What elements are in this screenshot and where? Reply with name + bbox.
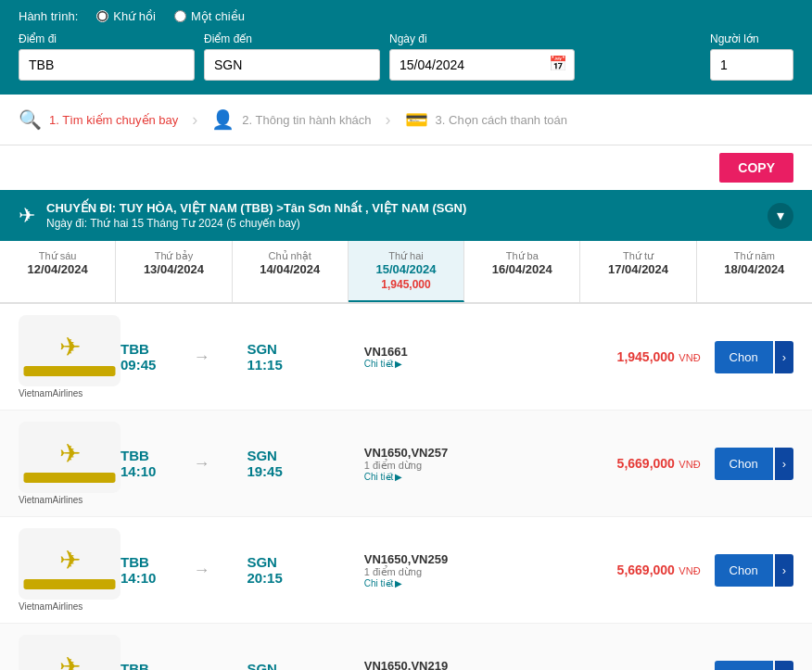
dest-info: SGN 11:15 <box>247 341 282 373</box>
select-arrow-button[interactable]: › <box>775 341 793 373</box>
origin-input[interactable] <box>19 49 195 81</box>
price-col: 5,669,000 VNĐ <box>608 455 701 472</box>
dest-input[interactable] <box>204 49 380 81</box>
step-3-label: 3. Chọn cách thanh toán <box>436 113 567 127</box>
origin-field-group: Điểm đi <box>19 32 195 81</box>
route-arrow: → <box>193 561 209 580</box>
dest-label: Điểm đến <box>204 32 380 45</box>
round-trip-option[interactable]: Khứ hồi <box>96 9 156 23</box>
origin-code: TBB <box>121 341 156 357</box>
select-col: Chon › <box>715 341 793 373</box>
date-tab[interactable]: Thứ bảy 13/04/2024 <box>116 241 232 302</box>
flight-info-col: VN1650,VN259 1 điểm dừng Chi tiết ▶ <box>355 552 608 588</box>
origin-code: TBB <box>121 661 156 670</box>
origin-code: TBB <box>121 448 156 463</box>
route-col: TBB 14:10 → SGN 19:45 <box>121 448 355 479</box>
details-arrow-icon: ▶ <box>395 472 402 482</box>
airline-col: ✈ VietnamAirlines <box>19 422 121 505</box>
flight-number: VN1650,VN257 <box>364 446 599 460</box>
select-arrow-button[interactable]: › <box>775 554 793 587</box>
flight-row: ✈ VietnamAirlines TBB 09:45 → SGN 11:15 … <box>0 304 812 411</box>
tab-day: Chủ nhật <box>237 250 343 262</box>
svg-rect-2 <box>24 366 116 376</box>
details-arrow-icon: ▶ <box>395 578 402 588</box>
trip-label: Hành trình: <box>19 9 78 23</box>
airline-name: VietnamAirlines <box>19 388 82 398</box>
select-col: Chon › <box>715 448 793 480</box>
copy-button[interactable]: COPY <box>719 153 793 183</box>
flight-info-col: VN1661 Chi tiết ▶ <box>355 345 608 369</box>
origin-label: Điểm đi <box>19 32 195 45</box>
airline-logo-svg: ✈ <box>19 635 121 670</box>
dest-code: SGN <box>247 554 282 570</box>
date-tab[interactable]: Thứ ba 16/04/2024 <box>464 241 580 302</box>
tab-day: Thứ năm <box>702 250 807 262</box>
step-1-label: 1. Tìm kiếm chuyến bay <box>49 113 178 127</box>
passenger-step-icon: 👤 <box>211 108 235 131</box>
date-tab[interactable]: Thứ năm 18/04/2024 <box>697 241 812 302</box>
flight-price: 1,945,000 <box>617 349 675 364</box>
tab-date: 16/04/2024 <box>469 262 575 276</box>
date-tabs: Thứ sáu 12/04/2024 Thứ bảy 13/04/2024 Ch… <box>0 241 812 304</box>
calendar-icon[interactable]: 📅 <box>549 55 567 72</box>
airline-col: ✈ VietnamAirlines <box>19 315 121 398</box>
origin-info: TBB 09:45 <box>121 341 156 373</box>
details-link[interactable]: Chi tiết ▶ <box>364 472 599 482</box>
step-1: 🔍 1. Tìm kiếm chuyến bay <box>19 108 178 131</box>
flight-header-info: CHUYẾN ĐI: TUY HÒA, VIỆT NAM (TBB) >Tân … <box>46 201 466 230</box>
svg-rect-5 <box>24 473 116 483</box>
dest-time: 19:45 <box>247 463 282 479</box>
stops: 1 điểm dừng <box>364 566 599 578</box>
passengers-field-group: Người lớn <box>710 32 793 81</box>
airline-logo-svg: ✈ <box>19 315 121 386</box>
one-way-label: Một chiều <box>191 9 245 23</box>
flight-row: ✈ VietnamAirlines TBB 14:10 → SGN 21:15 … <box>0 624 812 670</box>
flight-route-title: CHUYẾN ĐI: TUY HÒA, VIỆT NAM (TBB) >Tân … <box>46 201 466 215</box>
select-button[interactable]: Chon <box>715 448 773 480</box>
dest-time: 20:15 <box>247 570 282 586</box>
svg-rect-8 <box>24 579 116 589</box>
dest-field-group: Điểm đến <box>204 32 380 81</box>
svg-text:✈: ✈ <box>59 546 81 575</box>
details-link[interactable]: Chi tiết ▶ <box>364 359 599 369</box>
passengers-input[interactable] <box>710 49 793 81</box>
round-trip-radio[interactable] <box>96 10 108 22</box>
tab-date: 13/04/2024 <box>121 262 226 276</box>
origin-time: 14:10 <box>121 463 156 479</box>
one-way-radio[interactable] <box>174 10 186 22</box>
currency: VNĐ <box>679 352 700 363</box>
dest-info: SGN 21:15 <box>247 661 282 670</box>
tab-day: Thứ hai <box>353 250 459 262</box>
currency: VNĐ <box>679 459 700 470</box>
dest-info: SGN 19:45 <box>247 448 282 479</box>
date-label: Ngày đi <box>389 32 575 45</box>
search-header: Hành trình: Khứ hồi Một chiều Điểm đi Đi… <box>0 0 812 95</box>
price-col: 5,669,000 VNĐ <box>608 562 701 578</box>
steps-bar: 🔍 1. Tìm kiếm chuyến bay › 👤 2. Thông ti… <box>0 95 812 145</box>
one-way-option[interactable]: Một chiều <box>174 9 245 23</box>
details-link[interactable]: Chi tiết ▶ <box>364 578 599 588</box>
select-arrow-button[interactable]: › <box>775 448 793 480</box>
select-button[interactable]: Chon <box>715 554 773 587</box>
select-arrow-button[interactable]: › <box>775 661 793 671</box>
date-input[interactable] <box>389 49 575 81</box>
tab-day: Thứ ba <box>469 250 575 262</box>
date-tab[interactable]: Chủ nhật 14/04/2024 <box>233 241 349 302</box>
payment-step-icon: 💳 <box>405 108 428 131</box>
flight-section: ✈ CHUYẾN ĐI: TUY HÒA, VIỆT NAM (TBB) >Tâ… <box>0 190 812 670</box>
step-arrow-2: › <box>386 110 391 130</box>
date-tab[interactable]: Thứ tư 17/04/2024 <box>580 241 696 302</box>
flight-header-left: ✈ CHUYẾN ĐI: TUY HÒA, VIỆT NAM (TBB) >Tâ… <box>19 201 466 230</box>
collapse-button[interactable]: ▾ <box>768 203 793 229</box>
date-tab[interactable]: Thứ sáu 12/04/2024 <box>0 241 116 302</box>
dest-code: SGN <box>247 661 282 670</box>
passengers-label: Người lớn <box>710 32 793 45</box>
date-tab[interactable]: Thứ hai 15/04/2024 1,945,000 <box>349 241 464 302</box>
step-arrow-1: › <box>192 110 197 130</box>
origin-time: 09:45 <box>121 357 156 373</box>
select-button[interactable]: Chon <box>715 341 773 373</box>
step-2-label: 2. Thông tin hành khách <box>242 113 371 127</box>
airline-logo-svg: ✈ <box>19 528 121 600</box>
tab-date: 15/04/2024 <box>353 262 459 276</box>
select-button[interactable]: Chon <box>715 661 773 671</box>
